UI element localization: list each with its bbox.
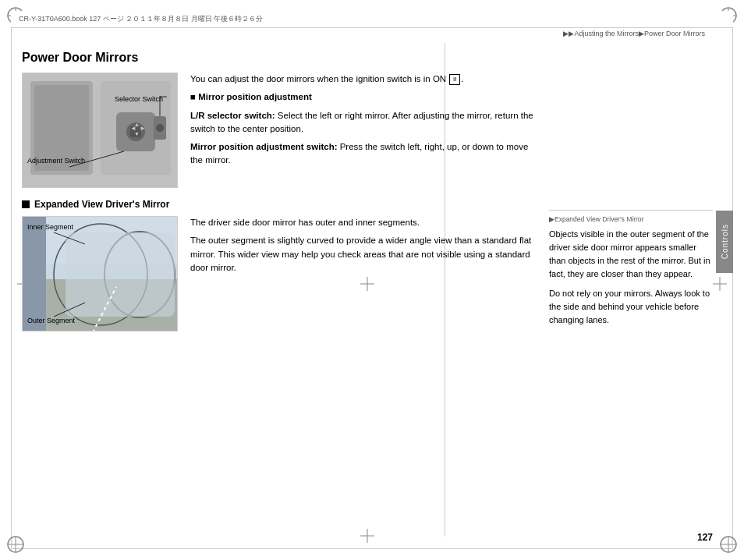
mirror-position-header: ■ Mirror position adjustment [190,90,541,104]
controls-tab: Controls [716,211,733,273]
right-panel-label: ▶Expanded View Driver's Mirror [549,215,713,223]
selector-switch-label: Selector Switch [115,95,163,104]
expanded-text-2: The outer segment is slightly curved to … [190,234,541,275]
right-panel-section: ▶Expanded View Driver's Mirror Objects v… [549,210,713,327]
expanded-view-text: The driver side door mirror has outer an… [190,216,541,331]
right-panel: ▶Expanded View Driver's Mirror Objects v… [549,43,713,537]
svg-text:►: ► [140,125,146,132]
lr-selector-text: L/R selector switch: Select the left or … [190,109,541,136]
expanded-view-section: Expanded View Driver's Mirror [22,199,541,331]
expanded-view-image-box: Inner Segment Outer Segment [22,216,178,331]
mirror-image: ◄ ► ▲ ▼ Adjustment Switch Selector Switc… [23,73,177,187]
svg-text:▼: ▼ [134,131,140,136]
section-square-icon [22,200,30,208]
outer-segment-label: Outer Segment [27,317,75,324]
intro-text-block: You can adjust the door mirrors when the… [190,73,541,188]
corner-decoration-bl [5,533,27,555]
top-section: ◄ ► ▲ ▼ Adjustment Switch Selector Switc… [22,73,541,188]
right-panel-text: Objects visible in the outer segment of … [549,228,713,327]
right-text-1: Objects visible in the outer segment of … [549,228,713,281]
ignition-symbol: II [449,74,460,85]
intro-text: You can adjust the door mirrors when the… [190,73,541,86]
adjustment-switch-text: Mirror position adjustment switch: Press… [190,140,541,168]
mirror-image-box: ◄ ► ▲ ▼ Adjustment Switch Selector Switc… [22,73,178,188]
svg-point-28 [156,124,164,132]
main-content: Power Door Mirrors [22,43,541,537]
expanded-view-title: Expanded View Driver's Mirror [34,199,169,210]
expanded-view-header: Expanded View Driver's Mirror [22,199,541,210]
inner-segment-label: Inner Segment [27,223,73,231]
breadcrumb: ▶▶Adjusting the Mirrors▶Power Door Mirro… [563,30,705,37]
svg-rect-40 [23,217,46,331]
expanded-view-content: Inner Segment Outer Segment The driver s… [22,216,541,331]
svg-text:▲: ▲ [134,122,140,127]
expanded-text-1: The driver side door mirror has outer an… [190,216,541,229]
side-tab-label: Controls [721,224,729,259]
adjustment-switch-label: Adjustment Switch [27,157,85,165]
file-meta: CR-Y-31T0A600.book 127 ページ ２０１１年８月８日 月曜日… [19,14,263,24]
cross-right [713,277,727,291]
expanded-view-image: Inner Segment Outer Segment [23,217,177,331]
corner-decoration-br [717,533,739,555]
page-header: CR-Y-31T0A600.book 127 ページ ２０１１年８月８日 月曜日… [11,11,733,28]
section-title: Power Door Mirrors [22,51,541,65]
right-panel-content: ▶Expanded View Driver's Mirror Objects v… [549,43,713,327]
right-text-2: Do not rely on your mirrors. Always look… [549,287,713,327]
